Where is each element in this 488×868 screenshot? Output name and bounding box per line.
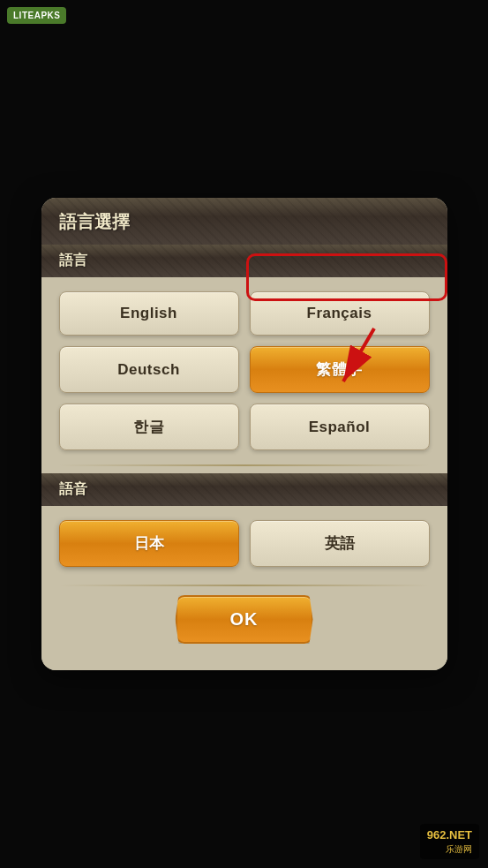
962-badge: 962.NET 乐游网: [420, 824, 479, 859]
language-section-label: 語言: [59, 253, 87, 268]
audio-button-grid: 日本 英語: [59, 520, 430, 567]
dialog-overlay: 語言選擇 語言 English Français Deutsch 繁體字 한글: [0, 0, 488, 868]
language-button-korean[interactable]: 한글: [59, 404, 239, 450]
language-dialog: 語言選擇 語言 English Français Deutsch 繁體字 한글: [41, 198, 447, 670]
language-button-english[interactable]: English: [59, 291, 239, 336]
language-section-content: English Français Deutsch 繁體字 한글 Español: [41, 277, 447, 464]
audio-section-label: 語音: [59, 481, 87, 496]
dialog-body: 語言 English Français Deutsch 繁體字 한글 Españ…: [41, 245, 447, 670]
dialog-title: 語言選擇: [59, 212, 130, 231]
962-net-label: 962.NET: [427, 827, 472, 843]
language-button-traditional-chinese[interactable]: 繁體字: [250, 346, 430, 393]
audio-section-header: 語音: [41, 473, 447, 506]
language-button-espanol[interactable]: Español: [250, 404, 430, 450]
language-button-francais[interactable]: Français: [250, 291, 430, 336]
section-divider: [59, 464, 430, 466]
language-button-deutsch[interactable]: Deutsch: [59, 346, 239, 393]
ok-button[interactable]: OK: [176, 595, 313, 644]
audio-button-english[interactable]: 英語: [250, 520, 430, 567]
language-button-grid: English Français Deutsch 繁體字 한글 Español: [59, 291, 430, 450]
audio-section-content: 日本 英語: [41, 506, 447, 581]
dialog-title-bar: 語言選擇: [41, 198, 447, 245]
ok-section: OK: [41, 586, 447, 653]
audio-button-japanese[interactable]: 日本: [59, 520, 239, 567]
962-site-label: 乐游网: [446, 843, 472, 856]
language-section-header: 語言: [41, 245, 447, 277]
liteapks-badge: LITEAPKS: [7, 7, 66, 24]
